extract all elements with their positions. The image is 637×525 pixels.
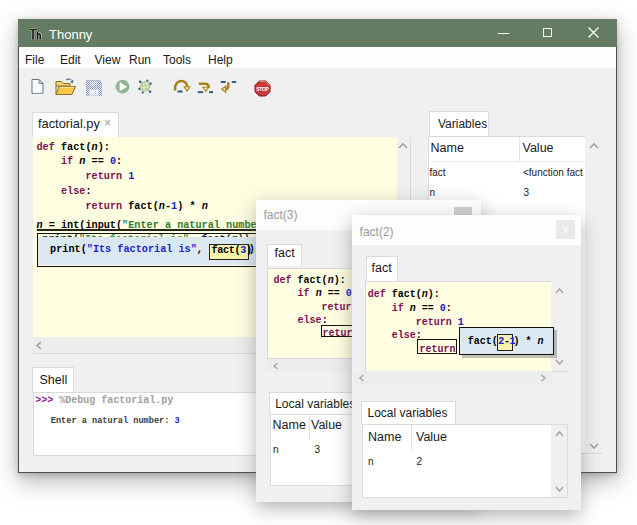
svg-text:STOP: STOP — [256, 86, 269, 92]
